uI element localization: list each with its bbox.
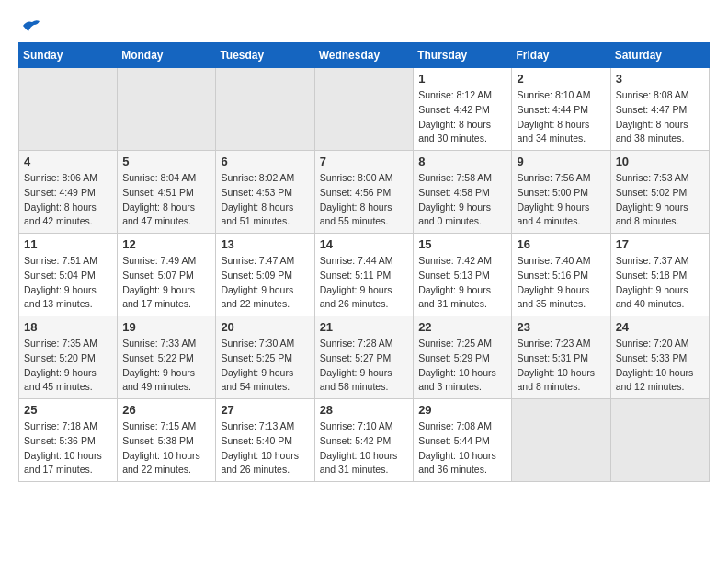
calendar-cell [118,68,216,151]
weekday-header-friday: Friday [512,43,610,68]
calendar-table: SundayMondayTuesdayWednesdayThursdayFrid… [18,42,710,482]
calendar-cell: 16Sunrise: 7:40 AMSunset: 5:16 PMDayligh… [512,234,610,316]
day-info: Sunrise: 7:25 AMSunset: 5:29 PMDaylight:… [418,337,506,395]
day-number: 25 [24,403,112,417]
day-info: Sunrise: 7:10 AMSunset: 5:42 PMDaylight:… [320,419,409,477]
day-number: 8 [418,155,506,168]
day-info: Sunrise: 7:35 AMSunset: 5:20 PMDaylight:… [24,337,112,395]
calendar-week-row: 1Sunrise: 8:12 AMSunset: 4:42 PMDaylight… [19,68,710,151]
day-info: Sunrise: 7:56 AMSunset: 5:00 PMDaylight:… [517,171,605,229]
day-info: Sunrise: 8:08 AMSunset: 4:47 PMDaylight:… [616,88,704,146]
day-number: 9 [517,155,605,168]
calendar-cell: 24Sunrise: 7:20 AMSunset: 5:33 PMDayligh… [610,316,709,399]
page-header [18,18,710,33]
calendar-header-row: SundayMondayTuesdayWednesdayThursdayFrid… [19,43,710,68]
calendar-week-row: 4Sunrise: 8:06 AMSunset: 4:49 PMDaylight… [19,151,710,234]
day-info: Sunrise: 8:04 AMSunset: 4:51 PMDaylight:… [122,171,210,229]
day-number: 23 [517,320,605,334]
day-number: 16 [517,237,605,251]
calendar-week-row: 11Sunrise: 7:51 AMSunset: 5:04 PMDayligh… [19,234,710,316]
day-number: 14 [320,237,409,251]
day-number: 26 [122,403,210,417]
day-info: Sunrise: 7:49 AMSunset: 5:07 PMDaylight:… [122,254,210,312]
day-info: Sunrise: 8:06 AMSunset: 4:49 PMDaylight:… [24,171,112,229]
calendar-cell: 15Sunrise: 7:42 AMSunset: 5:13 PMDayligh… [414,234,512,316]
day-number: 20 [221,320,309,334]
calendar-cell: 26Sunrise: 7:15 AMSunset: 5:38 PMDayligh… [118,399,216,482]
weekday-header-wednesday: Wednesday [314,43,414,68]
calendar-cell: 9Sunrise: 7:56 AMSunset: 5:00 PMDaylight… [512,151,610,234]
weekday-header-sunday: Sunday [19,43,118,68]
day-number: 19 [122,320,210,334]
calendar-cell: 13Sunrise: 7:47 AMSunset: 5:09 PMDayligh… [216,234,314,316]
calendar-cell: 28Sunrise: 7:10 AMSunset: 5:42 PMDayligh… [314,399,414,482]
day-number: 12 [122,237,210,251]
day-info: Sunrise: 7:51 AMSunset: 5:04 PMDaylight:… [24,254,112,312]
day-info: Sunrise: 8:00 AMSunset: 4:56 PMDaylight:… [320,171,409,229]
calendar-cell: 29Sunrise: 7:08 AMSunset: 5:44 PMDayligh… [414,399,512,482]
day-info: Sunrise: 7:18 AMSunset: 5:36 PMDaylight:… [24,419,112,477]
day-info: Sunrise: 7:33 AMSunset: 5:22 PMDaylight:… [122,337,210,395]
day-info: Sunrise: 7:13 AMSunset: 5:40 PMDaylight:… [221,419,309,477]
calendar-cell: 8Sunrise: 7:58 AMSunset: 4:58 PMDaylight… [414,151,512,234]
day-info: Sunrise: 7:47 AMSunset: 5:09 PMDaylight:… [221,254,309,312]
day-info: Sunrise: 7:30 AMSunset: 5:25 PMDaylight:… [221,337,309,395]
day-info: Sunrise: 8:10 AMSunset: 4:44 PMDaylight:… [517,88,605,146]
day-number: 11 [24,237,112,251]
day-info: Sunrise: 7:40 AMSunset: 5:16 PMDaylight:… [517,254,605,312]
day-number: 5 [122,155,210,168]
day-number: 28 [320,403,409,417]
day-number: 3 [616,72,704,86]
calendar-cell [19,68,118,151]
day-number: 6 [221,155,309,168]
calendar-cell: 23Sunrise: 7:23 AMSunset: 5:31 PMDayligh… [512,316,610,399]
day-info: Sunrise: 7:08 AMSunset: 5:44 PMDaylight:… [418,419,506,477]
day-number: 18 [24,320,112,334]
calendar-cell: 18Sunrise: 7:35 AMSunset: 5:20 PMDayligh… [19,316,118,399]
calendar-cell: 6Sunrise: 8:02 AMSunset: 4:53 PMDaylight… [216,151,314,234]
calendar-cell: 25Sunrise: 7:18 AMSunset: 5:36 PMDayligh… [19,399,118,482]
calendar-cell: 11Sunrise: 7:51 AMSunset: 5:04 PMDayligh… [19,234,118,316]
logo-bird-icon [21,18,41,33]
day-info: Sunrise: 7:37 AMSunset: 5:18 PMDaylight:… [616,254,704,312]
calendar-cell: 10Sunrise: 7:53 AMSunset: 5:02 PMDayligh… [610,151,709,234]
weekday-header-saturday: Saturday [610,43,709,68]
day-info: Sunrise: 7:58 AMSunset: 4:58 PMDaylight:… [418,171,506,229]
calendar-cell: 4Sunrise: 8:06 AMSunset: 4:49 PMDaylight… [19,151,118,234]
calendar-cell: 22Sunrise: 7:25 AMSunset: 5:29 PMDayligh… [414,316,512,399]
day-number: 17 [616,237,704,251]
calendar-cell: 17Sunrise: 7:37 AMSunset: 5:18 PMDayligh… [610,234,709,316]
calendar-cell [314,68,414,151]
day-number: 21 [320,320,409,334]
calendar-cell: 2Sunrise: 8:10 AMSunset: 4:44 PMDaylight… [512,68,610,151]
day-number: 29 [418,403,506,417]
day-info: Sunrise: 7:53 AMSunset: 5:02 PMDaylight:… [616,171,704,229]
day-number: 15 [418,237,506,251]
calendar-cell [610,399,709,482]
day-info: Sunrise: 7:28 AMSunset: 5:27 PMDaylight:… [320,337,409,395]
calendar-cell: 7Sunrise: 8:00 AMSunset: 4:56 PMDaylight… [314,151,414,234]
day-number: 24 [616,320,704,334]
day-info: Sunrise: 7:15 AMSunset: 5:38 PMDaylight:… [122,419,210,477]
day-number: 13 [221,237,309,251]
calendar-cell: 27Sunrise: 7:13 AMSunset: 5:40 PMDayligh… [216,399,314,482]
calendar-cell: 14Sunrise: 7:44 AMSunset: 5:11 PMDayligh… [314,234,414,316]
calendar-cell [512,399,610,482]
calendar-cell: 5Sunrise: 8:04 AMSunset: 4:51 PMDaylight… [118,151,216,234]
day-info: Sunrise: 8:12 AMSunset: 4:42 PMDaylight:… [418,88,506,146]
calendar-cell: 3Sunrise: 8:08 AMSunset: 4:47 PMDaylight… [610,68,709,151]
day-number: 10 [616,155,704,168]
day-info: Sunrise: 7:44 AMSunset: 5:11 PMDaylight:… [320,254,409,312]
calendar-cell [216,68,314,151]
day-number: 27 [221,403,309,417]
calendar-cell: 19Sunrise: 7:33 AMSunset: 5:22 PMDayligh… [118,316,216,399]
calendar-cell: 21Sunrise: 7:28 AMSunset: 5:27 PMDayligh… [314,316,414,399]
logo [18,18,41,33]
weekday-header-tuesday: Tuesday [216,43,314,68]
calendar-cell: 1Sunrise: 8:12 AMSunset: 4:42 PMDaylight… [414,68,512,151]
day-number: 22 [418,320,506,334]
calendar-cell: 20Sunrise: 7:30 AMSunset: 5:25 PMDayligh… [216,316,314,399]
weekday-header-thursday: Thursday [414,43,512,68]
day-number: 2 [517,72,605,86]
calendar-week-row: 25Sunrise: 7:18 AMSunset: 5:36 PMDayligh… [19,399,710,482]
